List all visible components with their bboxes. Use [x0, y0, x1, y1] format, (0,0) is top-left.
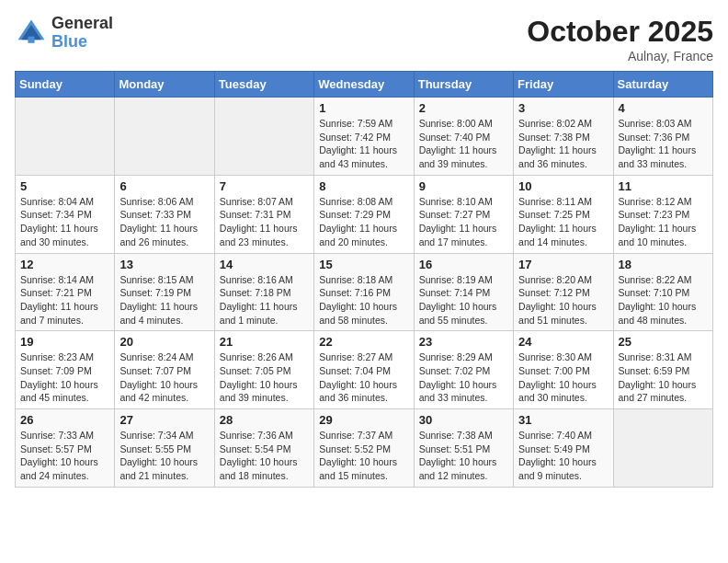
location-text: Aulnay, France	[527, 49, 713, 63]
day-info: Sunrise: 7:40 AM Sunset: 5:49 PM Dayligh…	[518, 429, 608, 483]
day-info: Sunrise: 8:26 AM Sunset: 7:05 PM Dayligh…	[220, 350, 309, 405]
svg-rect-2	[28, 36, 34, 42]
calendar-cell	[16, 98, 115, 176]
day-number: 29	[319, 413, 408, 427]
calendar-cell: 23Sunrise: 8:29 AM Sunset: 7:02 PM Dayli…	[414, 331, 513, 409]
day-number: 8	[319, 179, 408, 193]
logo-general-text: General	[51, 15, 113, 33]
day-info: Sunrise: 8:15 AM Sunset: 7:19 PM Dayligh…	[119, 273, 209, 327]
calendar-cell: 11Sunrise: 8:12 AM Sunset: 7:23 PM Dayli…	[613, 175, 712, 253]
calendar-cell: 21Sunrise: 8:26 AM Sunset: 7:05 PM Dayli…	[214, 331, 313, 409]
day-number: 16	[419, 258, 508, 271]
day-info: Sunrise: 8:22 AM Sunset: 7:10 PM Dayligh…	[619, 273, 708, 327]
day-number: 21	[220, 335, 309, 349]
day-info: Sunrise: 8:04 AM Sunset: 7:34 PM Dayligh…	[20, 195, 109, 249]
calendar-cell: 4Sunrise: 8:03 AM Sunset: 7:36 PM Daylig…	[613, 98, 712, 176]
weekday-header: Thursday	[414, 72, 513, 98]
day-number: 19	[20, 335, 109, 349]
day-info: Sunrise: 8:31 AM Sunset: 6:59 PM Dayligh…	[619, 350, 708, 405]
day-number: 25	[619, 335, 708, 349]
calendar-week-row: 26Sunrise: 7:33 AM Sunset: 5:57 PM Dayli…	[16, 409, 713, 488]
calendar-cell: 8Sunrise: 8:08 AM Sunset: 7:29 PM Daylig…	[314, 175, 414, 253]
day-info: Sunrise: 8:27 AM Sunset: 7:04 PM Dayligh…	[319, 350, 408, 405]
calendar-cell	[115, 98, 214, 176]
day-info: Sunrise: 8:16 AM Sunset: 7:18 PM Dayligh…	[220, 273, 309, 327]
day-number: 5	[20, 179, 109, 193]
day-number: 13	[119, 258, 209, 271]
calendar-cell: 14Sunrise: 8:16 AM Sunset: 7:18 PM Dayli…	[214, 253, 313, 331]
day-number: 3	[518, 101, 608, 115]
calendar-cell: 28Sunrise: 7:36 AM Sunset: 5:54 PM Dayli…	[214, 409, 313, 488]
calendar-week-row: 1Sunrise: 7:59 AM Sunset: 7:42 PM Daylig…	[16, 98, 713, 176]
day-number: 28	[220, 413, 309, 427]
day-info: Sunrise: 8:11 AM Sunset: 7:25 PM Dayligh…	[518, 195, 608, 249]
logo-text: General Blue	[51, 15, 113, 52]
day-number: 4	[619, 101, 708, 115]
calendar-cell: 5Sunrise: 8:04 AM Sunset: 7:34 PM Daylig…	[16, 175, 115, 253]
calendar-cell: 22Sunrise: 8:27 AM Sunset: 7:04 PM Dayli…	[314, 331, 414, 409]
day-info: Sunrise: 8:10 AM Sunset: 7:27 PM Dayligh…	[419, 195, 508, 249]
calendar-cell	[613, 409, 712, 488]
calendar-cell: 16Sunrise: 8:19 AM Sunset: 7:14 PM Dayli…	[414, 253, 513, 331]
day-info: Sunrise: 7:59 AM Sunset: 7:42 PM Dayligh…	[319, 117, 408, 171]
calendar-cell: 7Sunrise: 8:07 AM Sunset: 7:31 PM Daylig…	[214, 175, 313, 253]
day-info: Sunrise: 8:03 AM Sunset: 7:36 PM Dayligh…	[619, 117, 708, 171]
day-number: 7	[220, 179, 309, 193]
day-number: 17	[518, 258, 608, 271]
calendar-cell: 13Sunrise: 8:15 AM Sunset: 7:19 PM Dayli…	[115, 253, 214, 331]
calendar-cell: 30Sunrise: 7:38 AM Sunset: 5:51 PM Dayli…	[414, 409, 513, 488]
day-number: 10	[518, 179, 608, 193]
weekday-header: Monday	[115, 72, 214, 98]
logo: General Blue	[15, 15, 113, 52]
calendar-cell: 29Sunrise: 7:37 AM Sunset: 5:52 PM Dayli…	[314, 409, 414, 488]
day-number: 6	[119, 179, 209, 193]
day-number: 1	[319, 101, 408, 115]
day-number: 9	[419, 179, 508, 193]
day-number: 20	[119, 335, 209, 349]
day-number: 26	[20, 413, 109, 427]
calendar-week-row: 5Sunrise: 8:04 AM Sunset: 7:34 PM Daylig…	[16, 175, 713, 253]
day-info: Sunrise: 7:38 AM Sunset: 5:51 PM Dayligh…	[419, 429, 508, 483]
calendar-cell	[214, 98, 313, 176]
day-info: Sunrise: 8:19 AM Sunset: 7:14 PM Dayligh…	[419, 273, 508, 327]
day-number: 14	[220, 258, 309, 271]
day-info: Sunrise: 8:06 AM Sunset: 7:33 PM Dayligh…	[119, 195, 209, 249]
weekday-header: Saturday	[613, 72, 712, 98]
day-number: 2	[419, 101, 508, 115]
day-info: Sunrise: 8:07 AM Sunset: 7:31 PM Dayligh…	[220, 195, 309, 249]
day-info: Sunrise: 8:12 AM Sunset: 7:23 PM Dayligh…	[619, 195, 708, 249]
calendar-week-row: 19Sunrise: 8:23 AM Sunset: 7:09 PM Dayli…	[16, 331, 713, 409]
weekday-header-row: SundayMondayTuesdayWednesdayThursdayFrid…	[16, 72, 713, 98]
calendar-cell: 17Sunrise: 8:20 AM Sunset: 7:12 PM Dayli…	[514, 253, 613, 331]
day-number: 11	[619, 179, 708, 193]
calendar-week-row: 12Sunrise: 8:14 AM Sunset: 7:21 PM Dayli…	[16, 253, 713, 331]
day-number: 31	[518, 413, 608, 427]
calendar-cell: 18Sunrise: 8:22 AM Sunset: 7:10 PM Dayli…	[613, 253, 712, 331]
calendar-cell: 19Sunrise: 8:23 AM Sunset: 7:09 PM Dayli…	[16, 331, 115, 409]
logo-blue-text: Blue	[51, 33, 113, 52]
calendar-cell: 10Sunrise: 8:11 AM Sunset: 7:25 PM Dayli…	[514, 175, 613, 253]
day-info: Sunrise: 8:18 AM Sunset: 7:16 PM Dayligh…	[319, 273, 408, 327]
day-info: Sunrise: 7:36 AM Sunset: 5:54 PM Dayligh…	[220, 429, 309, 483]
day-number: 18	[619, 258, 708, 271]
calendar-cell: 3Sunrise: 8:02 AM Sunset: 7:38 PM Daylig…	[514, 98, 613, 176]
calendar-cell: 2Sunrise: 8:00 AM Sunset: 7:40 PM Daylig…	[414, 98, 513, 176]
weekday-header: Wednesday	[314, 72, 414, 98]
calendar-cell: 24Sunrise: 8:30 AM Sunset: 7:00 PM Dayli…	[514, 331, 613, 409]
day-info: Sunrise: 8:20 AM Sunset: 7:12 PM Dayligh…	[518, 273, 608, 327]
day-number: 30	[419, 413, 508, 427]
calendar-cell: 12Sunrise: 8:14 AM Sunset: 7:21 PM Dayli…	[16, 253, 115, 331]
day-info: Sunrise: 8:00 AM Sunset: 7:40 PM Dayligh…	[419, 117, 508, 171]
page-header: General Blue October 2025 Aulnay, France	[15, 15, 713, 63]
calendar-cell: 1Sunrise: 7:59 AM Sunset: 7:42 PM Daylig…	[314, 98, 414, 176]
day-info: Sunrise: 8:30 AM Sunset: 7:00 PM Dayligh…	[518, 350, 608, 405]
weekday-header: Tuesday	[214, 72, 313, 98]
day-number: 24	[518, 335, 608, 349]
calendar-cell: 15Sunrise: 8:18 AM Sunset: 7:16 PM Dayli…	[314, 253, 414, 331]
day-number: 27	[119, 413, 209, 427]
weekday-header: Sunday	[16, 72, 115, 98]
title-area: October 2025 Aulnay, France	[527, 15, 713, 63]
day-number: 23	[419, 335, 508, 349]
calendar-cell: 26Sunrise: 7:33 AM Sunset: 5:57 PM Dayli…	[16, 409, 115, 488]
day-info: Sunrise: 7:37 AM Sunset: 5:52 PM Dayligh…	[319, 429, 408, 483]
